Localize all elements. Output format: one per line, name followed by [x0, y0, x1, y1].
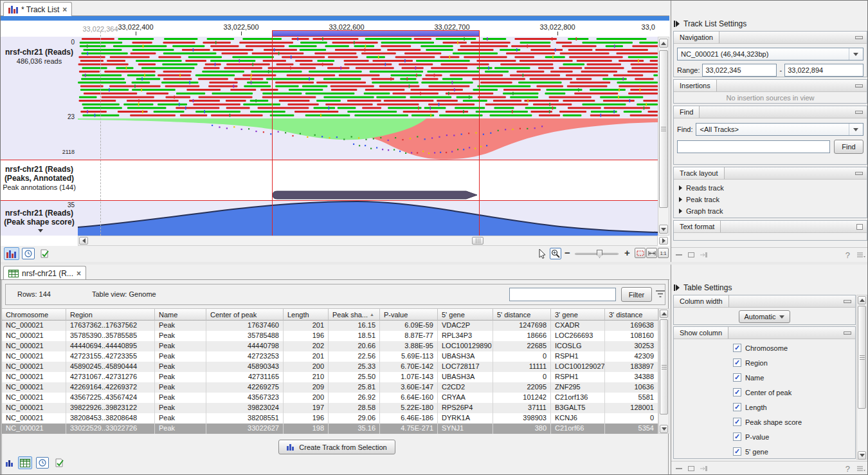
- disclosure-triangle-icon[interactable]: [679, 197, 682, 202]
- show-column-option-5-gene[interactable]: ✓5' gene: [674, 444, 855, 459]
- column-width-select[interactable]: Automatic: [739, 310, 790, 323]
- advanced-filter-icon[interactable]: [655, 290, 665, 299]
- find-query-input[interactable]: [677, 140, 830, 153]
- track-layout-item-graph-track[interactable]: Graph track: [674, 205, 867, 217]
- column-header-region[interactable]: Region: [66, 308, 155, 321]
- zoom-100-button[interactable]: 1:1: [658, 248, 669, 258]
- panel-expand-icon[interactable]: [674, 284, 680, 291]
- range-to-input[interactable]: 33,022,894: [784, 64, 863, 77]
- fit-width-button[interactable]: [646, 248, 657, 258]
- tab-track-list-close-icon[interactable]: ×: [62, 5, 67, 14]
- table-row[interactable]: NC_00002135785390..35785585Peak357854881…: [2, 331, 658, 341]
- sequence-select[interactable]: NC_000021 (46,944,323bp): [677, 48, 863, 61]
- peaks-table[interactable]: ChromosomeRegionNameCenter of peakLength…: [2, 308, 658, 434]
- table-row[interactable]: NC_00002145890245..45890444Peak458903432…: [2, 362, 658, 372]
- checkbox-checked[interactable]: ✓: [733, 388, 741, 396]
- scroll-left-button[interactable]: [79, 237, 88, 245]
- scroll-right-button[interactable]: [659, 237, 668, 245]
- track-layout-item-peak-track[interactable]: Peak track: [674, 194, 867, 205]
- track-layout-header[interactable]: Track layout: [674, 167, 867, 180]
- checkbox-checked[interactable]: ✓: [733, 418, 741, 426]
- table-row[interactable]: NC_00002142269164..42269372Peak422692752…: [2, 382, 658, 393]
- expand-icon[interactable]: [856, 224, 863, 230]
- track-view-mode-button[interactable]: [4, 247, 19, 260]
- pan-tool-button[interactable]: [537, 247, 548, 260]
- zoom-out-button[interactable]: −: [565, 247, 570, 258]
- float-panel-icon[interactable]: [687, 465, 695, 472]
- filter-button[interactable]: Filter: [621, 287, 652, 302]
- column-header-chromosome[interactable]: Chromosome: [2, 308, 66, 321]
- column-header-5-gene[interactable]: 5' gene: [438, 308, 493, 321]
- collapse-icon[interactable]: [844, 331, 851, 335]
- show-column-option-p-value[interactable]: ✓P-value: [674, 429, 855, 444]
- column-header-center-of-peak[interactable]: Center of peak: [206, 308, 284, 321]
- collapse-all-icon[interactable]: [675, 252, 683, 258]
- table-row[interactable]: NC_00002142731067..42731276Peak427311652…: [2, 372, 658, 382]
- checkbox-checked[interactable]: ✓: [733, 447, 741, 456]
- collapse-icon[interactable]: [855, 36, 863, 39]
- scroll-down-button[interactable]: [660, 425, 668, 433]
- panel-expand-icon[interactable]: [674, 21, 680, 27]
- dock-side-icon[interactable]: [700, 465, 708, 472]
- column-header-5-distance[interactable]: 5' distance: [493, 308, 551, 321]
- range-from-input[interactable]: 33,022,345: [702, 64, 777, 77]
- column-width-header[interactable]: Column width: [674, 295, 855, 308]
- graph-track-dropdown-icon[interactable]: [38, 229, 43, 232]
- track-layout-item-reads-track[interactable]: Reads track: [674, 182, 867, 194]
- selection-region-bar[interactable]: [272, 30, 480, 37]
- table-row[interactable]: NC_00002142723155..42723355Peak427232532…: [2, 351, 658, 362]
- show-column-option-chromosome[interactable]: ✓Chromosome: [674, 340, 855, 355]
- filter-input[interactable]: [509, 288, 616, 301]
- settings-list-icon[interactable]: [856, 465, 865, 472]
- settings-list-icon[interactable]: [856, 252, 865, 259]
- text-format-header[interactable]: Text format: [674, 221, 867, 233]
- table-row[interactable]: NC_00002139822926..39823122Peak398230241…: [2, 403, 658, 413]
- column-header-name[interactable]: Name: [155, 308, 206, 321]
- column-header-3-gene[interactable]: 3' gene: [551, 308, 605, 321]
- checkbox-checked[interactable]: ✓: [733, 433, 741, 441]
- element-info-button[interactable]: [38, 248, 51, 259]
- scroll-up-button[interactable]: [858, 296, 866, 304]
- table-row[interactable]: NC_00002138208453..38208648Peak382085511…: [2, 413, 658, 424]
- collapse-icon[interactable]: [855, 84, 863, 88]
- show-column-option-peak-shape-score[interactable]: ✓Peak shape score: [674, 414, 855, 429]
- zoom-tool-button[interactable]: [550, 248, 561, 259]
- checkbox-checked[interactable]: ✓: [733, 403, 741, 411]
- table-row[interactable]: NC_00002117637362..17637562Peak176374602…: [2, 321, 658, 331]
- column-header-p-value[interactable]: P-value: [380, 308, 438, 321]
- collapse-icon[interactable]: [855, 111, 863, 114]
- show-column-header[interactable]: Show column: [674, 327, 855, 339]
- tracks-canvas[interactable]: 0 nrsf-chr21 (Reads) 486,036 reads 23 21…: [1, 37, 658, 236]
- collapse-icon[interactable]: [844, 300, 851, 303]
- zoom-in-button[interactable]: +: [624, 247, 630, 258]
- scroll-down-button[interactable]: [659, 225, 668, 234]
- track-horizontal-scrollbar[interactable]: [78, 236, 658, 246]
- scroll-up-button[interactable]: [659, 39, 668, 48]
- element-info-button[interactable]: [53, 457, 66, 469]
- table-row[interactable]: NC_00002133022529..33022726Peak330226271…: [2, 424, 658, 434]
- tab-table[interactable]: nrsf-chr21 (R... ×: [3, 266, 86, 280]
- insertions-header[interactable]: Insertions: [674, 80, 867, 92]
- show-column-option-name[interactable]: ✓Name: [674, 370, 855, 385]
- history-view-button[interactable]: [22, 248, 35, 259]
- checkbox-checked[interactable]: ✓: [733, 359, 741, 367]
- table-row[interactable]: NC_00002143567225..43567424Peak435673232…: [2, 393, 658, 403]
- show-column-option-region[interactable]: ✓Region: [674, 355, 855, 370]
- help-button[interactable]: ?: [845, 250, 850, 260]
- column-header-length[interactable]: Length: [284, 308, 329, 321]
- table-view-mode-button[interactable]: [18, 456, 32, 469]
- track-vertical-scrollbar[interactable]: [658, 37, 669, 236]
- history-view-button[interactable]: [36, 457, 49, 469]
- tab-track-list[interactable]: * Track List ×: [3, 2, 72, 16]
- navigation-header[interactable]: Navigation: [674, 32, 867, 44]
- find-header[interactable]: Find: [674, 106, 867, 118]
- float-panel-icon[interactable]: [687, 252, 695, 258]
- column-header-3-distance[interactable]: 3' distance: [605, 308, 658, 321]
- scroll-down-button[interactable]: [858, 451, 866, 460]
- zoom-slider[interactable]: [575, 253, 619, 255]
- disclosure-triangle-icon[interactable]: [679, 209, 682, 214]
- scrollbar-thumb[interactable]: [660, 319, 668, 414]
- table-row[interactable]: NC_00002144440694..44440895Peak444407982…: [2, 341, 658, 351]
- table-vertical-scrollbar[interactable]: [658, 308, 669, 434]
- track-chart-icon[interactable]: [6, 460, 14, 467]
